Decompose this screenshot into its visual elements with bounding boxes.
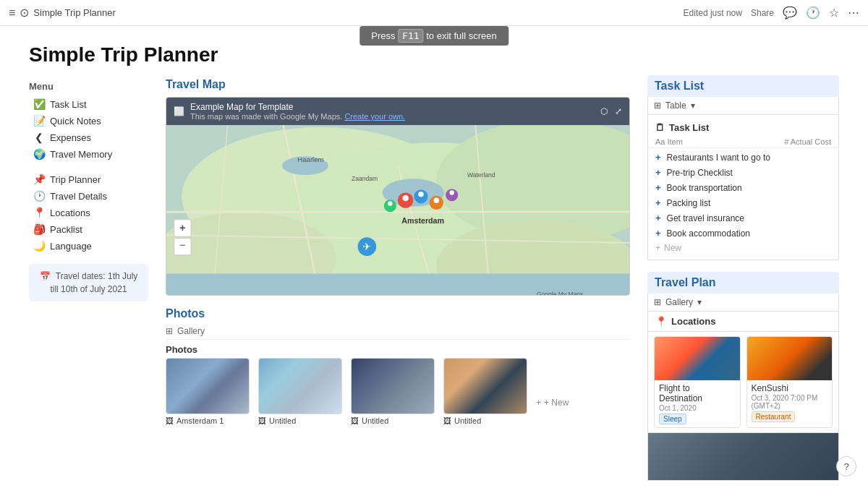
task-plus-3: + — [655, 182, 661, 193]
map-share-icon[interactable]: ⬡ — [600, 106, 608, 116]
task-row-1[interactable]: + Restaurants I want to go to — [648, 150, 838, 165]
more-icon[interactable]: ⋯ — [848, 6, 859, 20]
map-body: ✈ Haarlem Amsterdam Zaandam Waterland + … — [166, 125, 629, 295]
comment-icon[interactable]: 💬 — [783, 6, 797, 20]
topbar: ≡ ⊙ Simple Trip Planner Edited just now … — [0, 0, 868, 26]
svg-text:Waterland: Waterland — [467, 171, 495, 179]
tp-locations-title: 📍 Locations — [647, 312, 839, 332]
task-plus-2: + — [655, 167, 661, 178]
task-row-3[interactable]: + Book transportation — [648, 180, 838, 195]
task-plus-6: + — [655, 228, 661, 239]
topbar-title: Simple Trip Planner — [33, 7, 115, 18]
sidebar-item-quicknotes[interactable]: 📝 Quick Notes — [29, 113, 148, 129]
task-toolbar[interactable]: ⊞ Table ▾ — [647, 97, 839, 115]
photos-label: Photos — [166, 344, 630, 355]
map-expand-icon[interactable]: ⤢ — [615, 106, 622, 116]
traveldetails-icon: 🕐 — [33, 190, 45, 202]
svg-text:+: + — [179, 221, 186, 234]
new-photo-plus: + — [536, 398, 541, 408]
svg-text:−: − — [179, 239, 186, 251]
tp-card-img-2 — [747, 337, 833, 380]
map-subtitle: This map was made with Google My Maps. C… — [190, 112, 405, 121]
task-text-4: Packing list — [667, 198, 711, 208]
share-button[interactable]: Share — [751, 8, 774, 18]
tp-gallery-chevron[interactable]: ▾ — [697, 297, 702, 307]
travel-map-container: ⬜ Example Map for Template This map was … — [166, 97, 630, 296]
sidebar-item-language[interactable]: 🌙 Language — [29, 238, 148, 254]
tp-card-kensushi[interactable]: KenSushi Oct 3, 2020 7:00 PM (GMT+2) Res… — [746, 336, 833, 428]
sidebar-label-tripplanner: Trip Planner — [50, 174, 101, 185]
sidebar: Menu ✅ Task List 📝 Quick Notes ❮ Expense… — [29, 75, 148, 488]
sidebar-label-packlist: Packlist — [50, 224, 82, 235]
packlist-icon: 🎒 — [33, 223, 45, 235]
table-label[interactable]: Table — [665, 100, 686, 111]
sidebar-item-locations[interactable]: 📍 Locations — [29, 205, 148, 221]
task-row-5[interactable]: + Get travel insurance — [648, 210, 838, 226]
table-chevron[interactable]: ▾ — [691, 100, 695, 111]
svg-point-23 — [434, 197, 439, 202]
sidebar-item-travelmemory[interactable]: 🌍 Travel Memory — [29, 146, 148, 162]
tp-card-title-1: Flight to Destination — [659, 383, 736, 403]
col-item: Aa Item — [655, 137, 683, 146]
gallery-toolbar: ⊞ Gallery — [166, 326, 630, 340]
photo-card-2[interactable]: 🖼 Untitled — [258, 358, 342, 425]
tp-gallery-label[interactable]: Gallery — [665, 297, 693, 307]
tp-gallery-bar: ⊞ Gallery ▾ — [647, 294, 839, 312]
photos-grid: 🖼 Amsterdam 1 🖼 Untitled — [166, 358, 527, 425]
tp-card-date-2: Oct 3, 2020 7:00 PM (GMT+2) — [752, 394, 828, 410]
photo-card-1[interactable]: 🖼 Amsterdam 1 — [166, 358, 250, 425]
map-header-left: ⬜ Example Map for Template This map was … — [174, 102, 405, 121]
travel-dates-text: Travel dates: 1th July till 10th of July… — [50, 271, 137, 294]
photo-card-4[interactable]: 🖼 Untitled — [443, 358, 527, 425]
task-text-1: Restaurants I want to go to — [667, 153, 770, 163]
sidebar-item-packlist[interactable]: 🎒 Packlist — [29, 221, 148, 237]
task-new-button[interactable]: + New — [648, 241, 838, 255]
new-photo-button[interactable]: + + New — [533, 395, 571, 411]
tp-bottom-card[interactable] — [647, 433, 839, 481]
map-title-block: Example Map for Template This map was ma… — [190, 102, 405, 121]
sidebar-item-traveldetails[interactable]: 🕐 Travel Details — [29, 188, 148, 204]
photo-thumb-4 — [443, 358, 527, 414]
locations-icon: 📍 — [33, 207, 45, 218]
sidebar-label-expenses: Expenses — [50, 132, 91, 143]
clock-icon[interactable]: 🕐 — [806, 6, 820, 20]
menu-icon[interactable]: ≡ — [9, 7, 15, 20]
tp-locations-label: Locations — [671, 316, 715, 327]
svg-text:✈: ✈ — [362, 241, 371, 253]
task-plus-5: + — [655, 213, 661, 223]
help-button[interactable]: ? — [836, 456, 856, 476]
tp-card-date-1: Oct 1, 2020 — [659, 404, 736, 412]
photo-card-3[interactable]: 🖼 Untitled — [351, 358, 435, 425]
task-table: 🗒 Task List Aa Item # Actual Cost + Rest… — [647, 115, 839, 260]
new-photo-label: + New — [544, 398, 569, 408]
star-icon[interactable]: ☆ — [829, 6, 839, 20]
right-column: Task List ⊞ Table ▾ 🗒 Task List Aa Item — [647, 75, 839, 488]
travelmemory-icon: 🌍 — [33, 148, 45, 160]
sidebar-label-locations: Locations — [50, 207, 90, 218]
fullscreen-key: F11 — [398, 29, 423, 43]
gallery-label[interactable]: Gallery — [177, 326, 205, 336]
sidebar-item-expenses[interactable]: ❮ Expenses — [29, 129, 148, 145]
map-subtitle-text: This map was made with Google My Maps. — [190, 112, 342, 121]
tp-card-tag-1: Sleep — [659, 414, 686, 424]
gallery-grid-icon: ⊞ — [166, 326, 173, 336]
photo-label-3: 🖼 Untitled — [351, 416, 435, 425]
task-row-2[interactable]: + Pre-trip Checklist — [648, 165, 838, 180]
sidebar-item-tasklist[interactable]: ✅ Task List — [29, 96, 148, 112]
edited-label: Edited just now — [684, 8, 742, 18]
tp-card-flight[interactable]: Flight to Destination Oct 1, 2020 Sleep — [654, 336, 741, 428]
svg-point-26 — [388, 201, 392, 205]
travel-plan-section: Travel Plan ⊞ Gallery ▾ 📍 Locations Flig… — [647, 272, 839, 481]
tp-gallery-icon: ⊞ — [654, 297, 661, 307]
task-row-6[interactable]: + Book accommodation — [648, 226, 838, 241]
notion-icon: ⊙ — [20, 6, 29, 20]
tp-locations-icon: 📍 — [655, 316, 667, 327]
map-create-link[interactable]: Create your own. — [344, 112, 405, 121]
tasklist-icon: ✅ — [33, 98, 45, 110]
photo-label-1: 🖼 Amsterdam 1 — [166, 416, 250, 425]
task-row-4[interactable]: + Packing list — [648, 195, 838, 210]
calendar-icon: 📅 — [40, 271, 51, 281]
photo-label-4: 🖼 Untitled — [443, 416, 527, 425]
photo-thumb-1 — [166, 358, 250, 414]
sidebar-item-tripplanner[interactable]: 📌 Trip Planner — [29, 171, 148, 187]
